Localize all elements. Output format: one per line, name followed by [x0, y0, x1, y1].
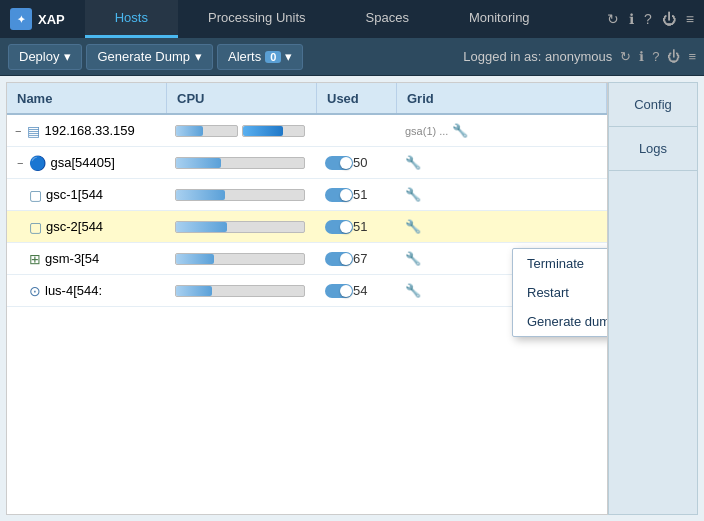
- expand-icon[interactable]: −: [15, 125, 21, 137]
- deploy-button[interactable]: Deploy ▾: [8, 44, 82, 70]
- toggle-bg: [325, 156, 353, 170]
- generate-dump-button[interactable]: Generate Dump ▾: [86, 44, 213, 70]
- server-icon: ▤: [27, 123, 40, 139]
- hosts-table-area: Name CPU Used Grid − ▤ 192.168.33.159: [6, 82, 608, 515]
- row-name-cell: ⊙ lus-4[544:: [7, 275, 167, 306]
- logs-button[interactable]: Logs: [609, 127, 697, 171]
- table-row[interactable]: ▢ gsc-1[544 51: [7, 179, 607, 211]
- row-used-cell: [317, 115, 397, 146]
- expand-icon[interactable]: −: [17, 157, 23, 169]
- cpu-bar-fill: [176, 254, 214, 264]
- tab-spaces[interactable]: Spaces: [336, 0, 439, 38]
- cpu-bar-fill: [176, 190, 225, 200]
- row-grid-cell: 🔧: [397, 211, 607, 242]
- table-row[interactable]: − ▤ 192.168.33.159 gs: [7, 115, 607, 147]
- lus-icon: ⊙: [29, 283, 41, 299]
- wrench-icon[interactable]: 🔧: [405, 251, 421, 266]
- col-header-name: Name: [7, 83, 167, 113]
- toggle-switch[interactable]: [325, 220, 353, 234]
- row-name-cell: ▢ gsc-1[544: [7, 179, 167, 210]
- context-menu-terminate[interactable]: Terminate: [513, 249, 608, 278]
- row-name-cell: ▢ gsc-2[544: [7, 211, 167, 242]
- cpu-bar-bg: [175, 125, 238, 137]
- toggle-switch[interactable]: [325, 156, 353, 170]
- row-used-cell: 51: [317, 211, 397, 242]
- toolbar-user-info: Logged in as: anonymous ↻ ℹ ? ⏻ ≡: [463, 49, 696, 64]
- tab-monitoring[interactable]: Monitoring: [439, 0, 560, 38]
- help-icon[interactable]: ?: [644, 11, 652, 27]
- used-value: 54: [353, 283, 367, 298]
- row-used-cell: 51: [317, 179, 397, 210]
- top-navigation: ✦ XAP Hosts Processing Units Spaces Moni…: [0, 0, 704, 38]
- xap-logo-icon: ✦: [10, 8, 32, 30]
- power-icon[interactable]: ⏻: [662, 11, 676, 27]
- info-icon[interactable]: ℹ: [629, 11, 634, 27]
- row-name-cell: − ▤ 192.168.33.159: [7, 115, 167, 146]
- row-name: lus-4[544:: [45, 283, 102, 298]
- toolbar-info-icon[interactable]: ℹ: [639, 49, 644, 64]
- config-button[interactable]: Config: [609, 83, 697, 127]
- toolbar-refresh-icon[interactable]: ↻: [620, 49, 631, 64]
- cpu-bar: [175, 221, 305, 233]
- context-menu-generate-dump[interactable]: Generate dump...: [513, 307, 608, 336]
- row-used-cell: 67: [317, 243, 397, 274]
- toggle-knob: [340, 253, 352, 265]
- gsm-icon: ⊞: [29, 251, 41, 267]
- col-header-cpu: CPU: [167, 83, 317, 113]
- tab-hosts[interactable]: Hosts: [85, 0, 178, 38]
- table-header: Name CPU Used Grid: [7, 83, 607, 115]
- gsa-icon: 🔵: [29, 155, 46, 171]
- wrench-icon[interactable]: 🔧: [405, 187, 421, 202]
- row-cpu-cell: [167, 147, 317, 178]
- row-grid-cell: gsa(1) ... 🔧: [397, 115, 607, 146]
- logo-area: ✦ XAP: [10, 8, 65, 30]
- cpu-bar-bg: [175, 221, 305, 233]
- row-name: 192.168.33.159: [44, 123, 134, 138]
- table-row[interactable]: − 🔵 gsa[54405]: [7, 147, 607, 179]
- toolbar-help-icon[interactable]: ?: [652, 49, 659, 64]
- row-cpu-cell: [167, 243, 317, 274]
- tab-processing-units[interactable]: Processing Units: [178, 0, 336, 38]
- wrench-icon[interactable]: 🔧: [405, 155, 421, 170]
- nav-right-icons: ↻ ℹ ? ⏻ ≡: [607, 11, 694, 27]
- toggle-knob: [340, 157, 352, 169]
- cpu-bar: [175, 125, 305, 137]
- table-row[interactable]: ▢ gsc-2[544 51: [7, 211, 607, 243]
- toggle-switch[interactable]: [325, 188, 353, 202]
- row-name: gsm-3[54: [45, 251, 99, 266]
- cpu-bar: [175, 189, 305, 201]
- alerts-button[interactable]: Alerts 0 ▾: [217, 44, 303, 70]
- toggle-bg: [325, 188, 353, 202]
- toolbar-menu-icon[interactable]: ≡: [688, 49, 696, 64]
- toggle-bg: [325, 284, 353, 298]
- toolbar-power-icon[interactable]: ⏻: [667, 49, 680, 64]
- context-menu: Terminate Restart Generate dump...: [512, 248, 608, 337]
- context-menu-restart[interactable]: Restart: [513, 278, 608, 307]
- row-grid-cell: 🔧: [397, 179, 607, 210]
- wrench-icon[interactable]: 🔧: [405, 219, 421, 234]
- toolbar: Deploy ▾ Generate Dump ▾ Alerts 0 ▾ Logg…: [0, 38, 704, 76]
- toggle-switch[interactable]: [325, 252, 353, 266]
- refresh-icon[interactable]: ↻: [607, 11, 619, 27]
- cpu-bar-bg: [175, 253, 305, 265]
- row-name: gsc-2[544: [46, 219, 103, 234]
- dump-chevron-icon: ▾: [195, 49, 202, 64]
- toggle-switch[interactable]: [325, 284, 353, 298]
- cpu-bar: [175, 157, 305, 169]
- app-name: XAP: [38, 12, 65, 27]
- toggle-knob: [340, 189, 352, 201]
- row-cpu-cell: [167, 115, 317, 146]
- row-name: gsa[54405]: [50, 155, 114, 170]
- deploy-chevron-icon: ▾: [64, 49, 71, 64]
- cpu-bar-fill: [176, 126, 203, 136]
- used-value: 51: [353, 219, 367, 234]
- wrench-icon[interactable]: 🔧: [405, 283, 421, 298]
- toolbar-action-icons: ↻ ℹ ? ⏻ ≡: [620, 49, 696, 64]
- gsc-icon: ▢: [29, 187, 42, 203]
- menu-icon[interactable]: ≡: [686, 11, 694, 27]
- row-name-cell: − 🔵 gsa[54405]: [7, 147, 167, 178]
- wrench-icon[interactable]: 🔧: [452, 123, 468, 138]
- cpu-bar: [175, 285, 305, 297]
- used-value: 51: [353, 187, 367, 202]
- row-used-cell: 50: [317, 147, 397, 178]
